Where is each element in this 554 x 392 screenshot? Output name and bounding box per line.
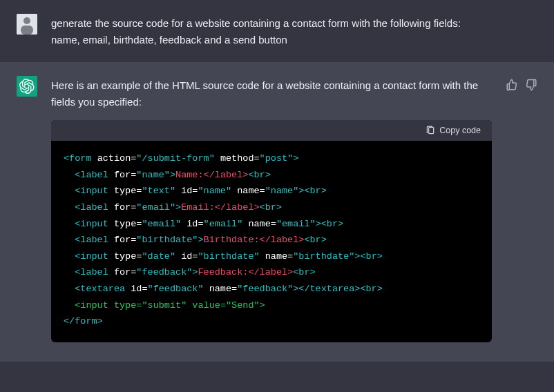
copy-code-button[interactable]: Copy code [426, 126, 481, 135]
user-avatar [17, 14, 37, 35]
user-message-text: generate the source code for a website c… [51, 14, 537, 48]
svg-rect-2 [21, 26, 33, 35]
svg-point-1 [23, 17, 30, 24]
thumbs-down-button[interactable] [525, 79, 537, 91]
code-block: Copy code <form action="/submit-form" me… [51, 120, 492, 342]
feedback-buttons [506, 76, 537, 342]
assistant-message: Here is an example of the HTML source co… [0, 62, 554, 362]
user-prompt-line1: generate the source code for a website c… [51, 17, 461, 29]
assistant-intro-text: Here is an example of the HTML source co… [51, 79, 478, 108]
thumbs-up-icon [506, 79, 518, 91]
thumbs-up-button[interactable] [506, 79, 518, 91]
svg-rect-3 [429, 127, 434, 133]
assistant-message-content: Here is an example of the HTML source co… [51, 76, 492, 342]
user-message: generate the source code for a website c… [0, 0, 554, 62]
thumbs-down-icon [525, 79, 537, 91]
copy-code-label: Copy code [439, 126, 481, 135]
code-body[interactable]: <form action="/submit-form" method="post… [51, 141, 492, 342]
code-block-header: Copy code [51, 120, 492, 141]
assistant-avatar [17, 76, 37, 97]
user-prompt-line2: name, email, birthdate, feedback and a s… [51, 34, 287, 46]
clipboard-icon [426, 126, 435, 135]
